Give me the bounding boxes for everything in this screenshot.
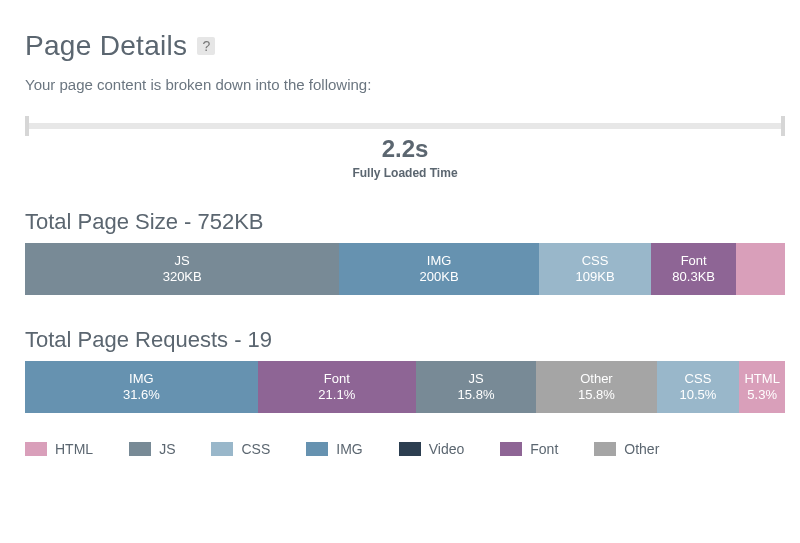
requests-stacked-bar: IMG31.6%Font21.1%JS15.8%Other15.8%CSS10.…: [25, 361, 785, 413]
legend-swatch: [129, 442, 151, 456]
segment-value: 31.6%: [123, 387, 160, 403]
segment-value: 200KB: [420, 269, 459, 285]
segment-label: JS: [175, 253, 190, 269]
legend-item-js[interactable]: JS: [129, 441, 175, 457]
legend-label: HTML: [55, 441, 93, 457]
fully-loaded-label: Fully Loaded Time: [352, 166, 457, 180]
segment-label: CSS: [582, 253, 609, 269]
segment-js[interactable]: JS320KB: [25, 243, 339, 295]
timeline-center: 2.2s Fully Loaded Time: [25, 135, 785, 181]
page-title: Page Details: [25, 30, 187, 62]
size-section-title: Total Page Size - 752KB: [25, 209, 785, 235]
segment-value: 109KB: [576, 269, 615, 285]
legend-item-img[interactable]: IMG: [306, 441, 362, 457]
segment-font[interactable]: Font21.1%: [258, 361, 416, 413]
segment-label: Font: [681, 253, 707, 269]
legend-swatch: [594, 442, 616, 456]
segment-css[interactable]: CSS109KB: [539, 243, 651, 295]
segment-label: JS: [468, 371, 483, 387]
legend-label: Video: [429, 441, 465, 457]
header-row: Page Details ?: [25, 30, 785, 62]
segment-value: 10.5%: [680, 387, 717, 403]
segment-value: 21.1%: [318, 387, 355, 403]
segment-value: 15.8%: [458, 387, 495, 403]
legend-label: CSS: [241, 441, 270, 457]
segment-html[interactable]: HTML42.7KB: [736, 243, 785, 295]
segment-value: 15.8%: [578, 387, 615, 403]
legend-item-video[interactable]: Video: [399, 441, 465, 457]
subtitle: Your page content is broken down into th…: [25, 76, 785, 93]
legend-swatch: [211, 442, 233, 456]
legend-swatch: [500, 442, 522, 456]
segment-label: IMG: [427, 253, 452, 269]
legend-item-font[interactable]: Font: [500, 441, 558, 457]
size-stacked-bar: JS320KBIMG200KBCSS109KBFont80.3KBHTML42.…: [25, 243, 785, 295]
page-details-panel: Page Details ? Your page content is brok…: [0, 0, 800, 487]
legend-swatch: [306, 442, 328, 456]
legend-swatch: [25, 442, 47, 456]
requests-section-title: Total Page Requests - 19: [25, 327, 785, 353]
legend-item-html[interactable]: HTML: [25, 441, 93, 457]
segment-label: Other: [580, 371, 613, 387]
legend-swatch: [399, 442, 421, 456]
legend-label: Other: [624, 441, 659, 457]
segment-label: Font: [324, 371, 350, 387]
legend-label: JS: [159, 441, 175, 457]
segment-value: 5.3%: [747, 387, 777, 403]
segment-label: CSS: [685, 371, 712, 387]
help-icon[interactable]: ?: [197, 37, 215, 55]
legend-item-other[interactable]: Other: [594, 441, 659, 457]
legend-label: IMG: [336, 441, 362, 457]
legend-label: Font: [530, 441, 558, 457]
segment-value: 80.3KB: [672, 269, 715, 285]
segment-font[interactable]: Font80.3KB: [651, 243, 736, 295]
segment-css[interactable]: CSS10.5%: [657, 361, 740, 413]
segment-js[interactable]: JS15.8%: [416, 361, 536, 413]
segment-img[interactable]: IMG31.6%: [25, 361, 258, 413]
segment-html[interactable]: HTML5.3%: [739, 361, 785, 413]
segment-img[interactable]: IMG200KB: [339, 243, 538, 295]
segment-other[interactable]: Other15.8%: [536, 361, 656, 413]
segment-value: 320KB: [163, 269, 202, 285]
timeline-track: [25, 123, 785, 129]
segment-label: HTML: [744, 371, 779, 387]
segment-label: IMG: [129, 371, 154, 387]
legend: HTMLJSCSSIMGVideoFontOther: [25, 441, 785, 457]
timeline: 2.2s Fully Loaded Time: [25, 123, 785, 181]
legend-item-css[interactable]: CSS: [211, 441, 270, 457]
fully-loaded-value: 2.2s: [25, 135, 785, 163]
